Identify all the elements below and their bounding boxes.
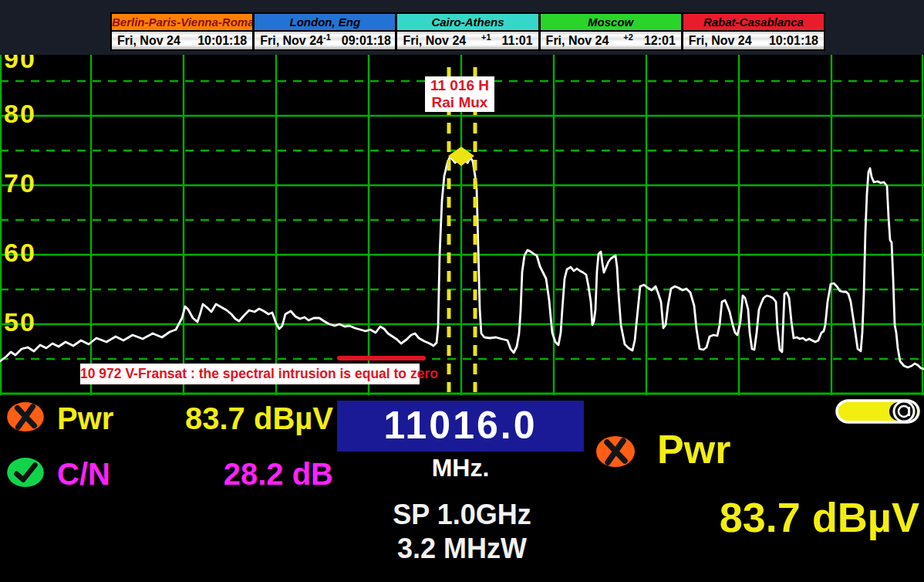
cn-label: C/N (57, 457, 110, 491)
clock-time: 12:01 (644, 34, 676, 48)
clock-cairo-athens: Cairo-Athens Fri, Nov 24 +1 11:01 (397, 14, 538, 49)
marker-frequency: 11 016 H (425, 77, 494, 94)
annotation-label: 10 972 V-Fransat : the spectral intrusio… (80, 364, 420, 384)
measurement-panel: Pwr 83.7 dBµV C/N 28.2 dB 11016.0 MHz. S… (0, 395, 924, 582)
toggle-switch[interactable] (835, 399, 920, 424)
cn-value: 28.2 dB (116, 457, 333, 491)
pwr-label: Pwr (57, 401, 113, 435)
city-label: Cairo-Athens (397, 14, 538, 30)
city-label: Berlin-Paris-Vienna-Roma (112, 14, 252, 30)
clock-date: Fri, Nov 24 (689, 34, 752, 48)
frequency-display[interactable]: 11016.0 (337, 401, 584, 452)
utc-offset: +1 (481, 32, 491, 42)
clock-time: 10:01:18 (197, 34, 247, 48)
y-axis-label: 60 (4, 239, 36, 266)
cross-status-icon (595, 435, 636, 468)
clock-london: London, Eng Fri, Nov 24 -1 09:01:18 (255, 14, 395, 49)
utc-offset: +2 (623, 32, 633, 42)
y-axis-label: 50 (4, 308, 36, 336)
clock-rabat-casablanca: Rabat-Casablanca Fri, Nov 24 10:01:18 (683, 14, 824, 49)
spectrum-plot: 9080706050 11 016 H Rai Mux 10 972 V-Fra… (0, 55, 924, 395)
transponder-marker-label: 11 016 H Rai Mux (425, 76, 494, 112)
cross-status-icon (6, 401, 45, 432)
big-pwr-value: 83.7 dBµV (586, 494, 919, 540)
span-readout: SP 1.0GHz (306, 499, 618, 531)
clock-time: 10:01:18 (769, 34, 818, 48)
clock-date: Fri, Nov 24 (546, 34, 609, 48)
clock-time-row: Fri, Nov 24 -1 09:01:18 (255, 32, 395, 49)
big-pwr-label: Pwr (657, 428, 730, 471)
bandwidth-readout: 3.2 MHzW (306, 533, 618, 565)
city-label: Rabat-Casablanca (683, 14, 824, 30)
clock-time-row: Fri, Nov 24 +2 12:01 (541, 32, 681, 49)
y-axis-label: 80 (4, 100, 36, 127)
clock-time: 09:01:18 (342, 34, 391, 48)
world-clock-bar: Berlin-Paris-Vienna-Roma Fri, Nov 24 10:… (0, 0, 924, 55)
y-axis-label: 90 (4, 55, 36, 73)
clock-time-row: Fri, Nov 24 +1 11:01 (397, 32, 538, 49)
clock-time: 11:01 (502, 34, 533, 48)
clock-moscow: Moscow Fri, Nov 24 +2 12:01 (541, 14, 681, 49)
check-status-icon (6, 457, 45, 488)
clock-date: Fri, Nov 24 (117, 34, 180, 48)
clock-date: Fri, Nov 24 (260, 34, 323, 48)
frequency-unit: MHz. (337, 454, 584, 482)
y-axis-label: 70 (4, 169, 36, 197)
analyzer-screen: Berlin-Paris-Vienna-Roma Fri, Nov 24 10:… (0, 0, 924, 582)
annotation-underline (337, 356, 426, 360)
world-clock-table: Berlin-Paris-Vienna-Roma Fri, Nov 24 10:… (110, 12, 825, 51)
clock-berlin-paris-vienna-roma: Berlin-Paris-Vienna-Roma Fri, Nov 24 10:… (112, 14, 252, 49)
clock-date: Fri, Nov 24 (403, 34, 466, 48)
clock-time-row: Fri, Nov 24 10:01:18 (683, 32, 824, 49)
city-label: Moscow (541, 14, 681, 30)
clock-time-row: Fri, Nov 24 10:01:18 (112, 32, 252, 49)
marker-mux-name: Rai Mux (425, 94, 494, 111)
pwr-value: 83.7 dBµV (116, 401, 333, 435)
marker-diamond (448, 147, 474, 166)
utc-offset: -1 (323, 32, 331, 42)
city-label: London, Eng (255, 14, 395, 30)
